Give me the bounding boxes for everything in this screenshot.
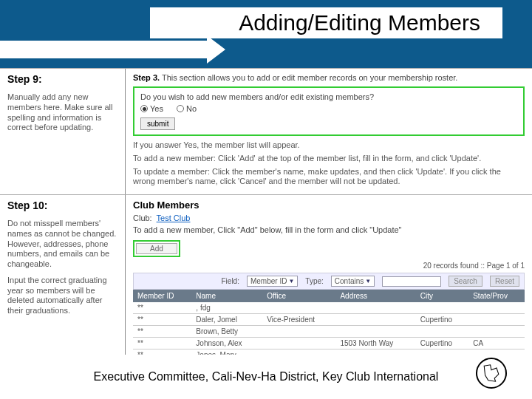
step9-text: Manually add any new members here. Make … [7, 92, 117, 133]
th-name[interactable]: Name [191, 290, 262, 302]
cell [468, 326, 525, 338]
question-box: Do you wish to add new members and/or ed… [133, 86, 525, 136]
step9-row: Step 9: Manually add any new members her… [0, 68, 532, 194]
instr1: If you answer Yes, the member list will … [133, 140, 525, 151]
cell [262, 326, 335, 338]
type-label: Type: [305, 277, 323, 285]
cell: Cupertino [416, 338, 468, 349]
step3-line: Step 3. This section allows you to add o… [133, 73, 525, 82]
step9-right: Step 3. This section allows you to add o… [126, 69, 532, 194]
cell: 1503 North Way [335, 338, 415, 349]
step3-rest: This section allows you to add or edit m… [162, 73, 457, 82]
footer-text: Executive Committee, Cali-Nev-Ha Distric… [94, 370, 439, 383]
radio-unselected-icon [177, 105, 184, 112]
cell: ** [133, 314, 191, 326]
cell: ** [133, 326, 191, 338]
step10-text2: Input the correct graduating year so mem… [7, 276, 117, 316]
arrow-bar [0, 41, 207, 58]
cell: Daler, Jomel [191, 314, 262, 326]
cell [335, 314, 415, 326]
radio-no-label: No [186, 104, 197, 113]
records-count: 20 records found :: Page 1 of 1 [133, 262, 525, 270]
table-row[interactable]: **, fdg [133, 302, 525, 314]
cell [416, 302, 468, 314]
type-select[interactable]: Contains▼ [331, 276, 375, 287]
th-state[interactable]: State/Prov [468, 290, 525, 302]
chevron-down-icon: ▼ [365, 278, 371, 284]
radio-group: Yes No [140, 104, 517, 113]
cell: Vice-President [262, 314, 335, 326]
table-row[interactable]: **Brown, Betty [133, 326, 525, 338]
add-button-highlight: Add [133, 240, 180, 257]
cell [262, 302, 335, 314]
search-button[interactable]: Search [449, 276, 482, 287]
table-header-row: Member ID Name Office Address City State… [133, 290, 525, 302]
reset-button[interactable]: Reset [490, 276, 519, 287]
table-row[interactable]: **Daler, JomelVice-PresidentCupertino [133, 314, 525, 326]
cell: Johnson, Alex [191, 338, 262, 349]
radio-no[interactable]: No [177, 104, 197, 113]
cell [335, 302, 415, 314]
step3-bold: Step 3. [133, 73, 160, 82]
step10-row: Step 10: Do not misspell members' names … [0, 194, 532, 366]
members-table: Member ID Name Office Address City State… [133, 290, 525, 361]
arrow-tip-icon [207, 35, 225, 64]
table-row[interactable]: **Johnson, Alex1503 North WayCupertinoCA [133, 338, 525, 349]
club-line: Club: Test Club [133, 214, 525, 222]
cell: , fdg [191, 302, 262, 314]
filter-input[interactable] [382, 276, 441, 287]
add-button[interactable]: Add [136, 243, 177, 254]
instr2: To add a new member: Click 'Add' at the … [133, 154, 525, 164]
cell: ** [133, 302, 191, 314]
th-city[interactable]: City [416, 290, 468, 302]
chevron-down-icon: ▼ [288, 278, 294, 284]
club-name-link[interactable]: Test Club [157, 214, 191, 222]
table-body: **, fdg **Daler, JomelVice-PresidentCupe… [133, 302, 525, 361]
step10-left: Step 10: Do not misspell members' names … [0, 195, 126, 366]
step9-left: Step 9: Manually add any new members her… [0, 69, 126, 194]
footer: Executive Committee, Cali-Nev-Ha Distric… [0, 355, 532, 399]
field-value: Member ID [250, 277, 287, 285]
type-value: Contains [335, 277, 364, 285]
question-text: Do you wish to add new members and/or ed… [140, 92, 517, 101]
cell [335, 326, 415, 338]
district-logo-icon [476, 358, 507, 389]
club-label: Club: [133, 214, 152, 222]
cell: Brown, Betty [191, 326, 262, 338]
th-office[interactable]: Office [262, 290, 335, 302]
field-select[interactable]: Member ID▼ [247, 276, 298, 287]
cell [416, 326, 468, 338]
filter-bar: Field: Member ID▼ Type: Contains▼ Search… [133, 273, 525, 290]
slide-header: Adding/Editing Members [0, 0, 532, 68]
cell: CA [468, 338, 525, 349]
submit-button[interactable]: submit [140, 117, 175, 130]
radio-yes-label: Yes [150, 104, 163, 113]
club-members-title: Club Members [133, 200, 525, 211]
cell [262, 338, 335, 349]
cell: Cupertino [416, 314, 468, 326]
th-memberid[interactable]: Member ID [133, 290, 191, 302]
cell: ** [133, 338, 191, 349]
step10-text1: Do not misspell members' names as cannot… [7, 219, 117, 270]
field-label: Field: [222, 277, 239, 285]
cell [468, 314, 525, 326]
step10-heading: Step 10: [7, 200, 117, 211]
page-title: Adding/Editing Members [150, 7, 502, 38]
step10-right: Club Members Club: Test Club To add a ne… [126, 195, 532, 366]
club-instr: To add a new member, Click "Add" below, … [133, 225, 525, 234]
instr3: To update a member: Click the member's n… [133, 167, 525, 188]
radio-yes[interactable]: Yes [140, 104, 163, 113]
cell [468, 302, 525, 314]
radio-selected-icon [140, 105, 148, 112]
th-address[interactable]: Address [335, 290, 415, 302]
step9-heading: Step 9: [7, 73, 117, 85]
